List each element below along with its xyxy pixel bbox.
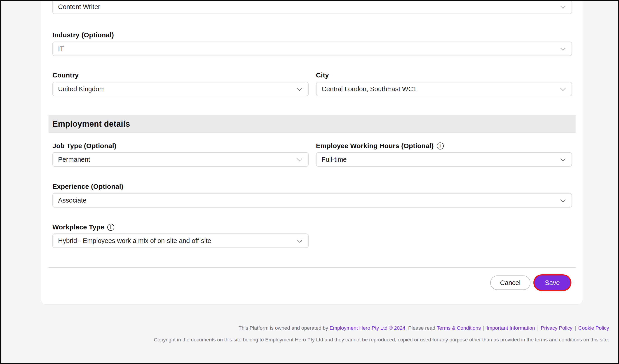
job-details-form-card: Content Writer Industry (Optional) IT Co… [41,1,583,305]
page-footer: This Platform is owned and operated by E… [69,325,609,343]
important-information-link[interactable]: Important Information [487,325,535,331]
industry-label: Industry (Optional) [52,31,572,39]
job-title-select[interactable]: Content Writer [52,0,572,14]
chevron-down-icon [297,238,302,243]
footer-copyright-line: Copyright in the documents on this site … [69,337,609,343]
job-type-select[interactable]: Permanent [52,152,309,167]
working-hours-label: Employee Working Hours (Optional) i [316,142,572,150]
footer-legal-line: This Platform is owned and operated by E… [69,325,609,331]
footer-text-middle: . Please read [405,325,437,331]
job-type-label: Job Type (Optional) [52,142,309,150]
industry-select[interactable]: IT [52,41,572,56]
info-icon[interactable]: i [107,224,114,231]
workplace-type-label: Workplace Type i [52,223,572,231]
experience-select-value: Associate [58,197,86,204]
chevron-down-icon [561,197,566,202]
chevron-down-icon [297,156,302,162]
employment-hero-link[interactable]: Employment Hero Pty Ltd © 2024 [330,325,406,331]
country-select[interactable]: United Kingdom [52,82,309,96]
working-hours-select-value: Full-time [322,156,347,163]
footer-separator: | [537,325,539,331]
chevron-down-icon [561,46,566,51]
industry-select-value: IT [58,45,64,53]
save-button[interactable]: Save [535,275,570,290]
section-title: Employment details [52,119,130,129]
country-label: Country [52,71,309,80]
footer-separator: | [575,325,576,331]
privacy-policy-link[interactable]: Privacy Policy [541,325,573,331]
workplace-type-label-text: Workplace Type [52,223,104,231]
city-select-value: Central London, SouthEast WC1 [322,85,417,93]
city-select[interactable]: Central London, SouthEast WC1 [316,82,572,96]
workplace-type-select[interactable]: Hybrid - Employees work a mix of on-site… [52,233,309,248]
workplace-type-select-value: Hybrid - Employees work a mix of on-site… [58,237,211,244]
chevron-down-icon [561,4,566,9]
info-icon[interactable]: i [437,143,444,149]
experience-select[interactable]: Associate [52,193,572,207]
working-hours-label-text: Employee Working Hours (Optional) [316,142,434,150]
form-footer-divider [49,267,576,268]
country-select-value: United Kingdom [58,85,105,93]
city-label: City [316,71,572,80]
chevron-down-icon [561,156,566,162]
working-hours-select[interactable]: Full-time [316,152,572,167]
footer-separator: | [483,325,484,331]
chevron-down-icon [561,86,566,91]
chevron-down-icon [297,86,302,91]
cancel-button[interactable]: Cancel [490,275,530,290]
app-viewport: Content Writer Industry (Optional) IT Co… [0,0,619,364]
job-title-select-value: Content Writer [58,3,100,11]
footer-text-prefix: This Platform is owned and operated by [239,325,330,331]
cookie-policy-link[interactable]: Cookie Policy [578,325,609,331]
form-actions: Cancel Save [52,275,572,290]
terms-conditions-link[interactable]: Terms & Conditions [437,325,481,331]
job-type-select-value: Permanent [58,156,90,163]
experience-label: Experience (Optional) [52,182,572,191]
employment-details-section-header: Employment details [49,115,576,133]
